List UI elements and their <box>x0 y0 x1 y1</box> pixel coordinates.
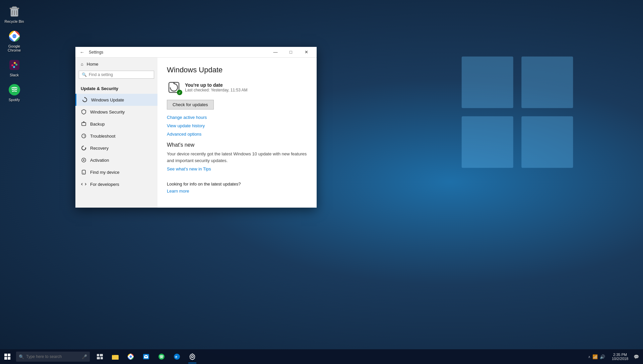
home-label: Home <box>87 62 99 67</box>
svg-line-7 <box>12 10 12 15</box>
svg-rect-2 <box>462 116 513 168</box>
taskbar-search[interactable]: 🔍 🎤 <box>16 352 90 362</box>
taskbar-apps: e <box>92 349 200 364</box>
svg-rect-33 <box>8 354 10 356</box>
svg-rect-35 <box>8 357 10 360</box>
taskbar-right: ∧ 📶 🔊 2:35 PM 10/2/2018 💬 <box>585 353 643 361</box>
link-learn-more[interactable]: Learn more <box>167 189 307 194</box>
taskbar-file-explorer[interactable] <box>108 349 123 364</box>
svg-rect-22 <box>82 123 86 126</box>
taskbar-search-icon: 🔍 <box>19 354 24 359</box>
desktop-icon-slack[interactable]: Slack <box>2 57 27 78</box>
check-updates-button[interactable]: Check for updates <box>167 100 214 110</box>
window-title: Settings <box>89 50 103 55</box>
sidebar-label-windows-update: Windows Update <box>91 97 124 102</box>
tray-arrow[interactable]: ∧ <box>588 355 590 359</box>
svg-point-19 <box>13 66 15 68</box>
recycle-bin-icon <box>8 5 21 18</box>
windows-logo <box>459 54 576 171</box>
back-button[interactable]: ← <box>78 48 86 56</box>
search-input[interactable] <box>89 72 151 77</box>
svg-text:e: e <box>175 355 177 359</box>
chrome-icon <box>8 29 21 43</box>
svg-rect-39 <box>101 357 103 359</box>
taskbar-task-view[interactable] <box>92 349 107 364</box>
home-icon: ⌂ <box>81 62 83 67</box>
settings-window: ← Settings — □ ✕ ⌂ Home 🔍 Updat <box>75 47 317 208</box>
svg-rect-32 <box>4 354 7 356</box>
taskbar-outlook[interactable] <box>139 349 153 364</box>
svg-rect-41 <box>112 356 119 360</box>
sidebar-item-for-developers[interactable]: For developers <box>75 178 157 190</box>
find-device-icon <box>81 169 87 175</box>
svg-rect-15 <box>9 60 19 70</box>
sidebar-label-backup: Backup <box>90 122 105 127</box>
notifications-icon[interactable]: 💬 <box>632 354 640 359</box>
svg-rect-0 <box>462 57 513 108</box>
sidebar-section-title: Update & Security <box>75 81 157 94</box>
mic-icon: 🎤 <box>82 354 87 359</box>
sidebar-label-find-device: Find my device <box>90 170 119 175</box>
minimize-button[interactable]: — <box>268 47 283 58</box>
svg-point-29 <box>83 173 84 173</box>
windows-update-icon <box>82 97 88 103</box>
svg-point-44 <box>130 356 132 358</box>
taskbar-chrome[interactable] <box>123 349 138 364</box>
taskbar-edge[interactable]: e <box>170 349 184 364</box>
status-sub: Last checked: Yesterday, 11:53 AM <box>185 88 248 92</box>
start-button[interactable] <box>0 349 15 364</box>
taskbar-spotify[interactable] <box>154 349 169 364</box>
sidebar-item-home[interactable]: ⌂ Home <box>75 58 157 71</box>
svg-text:?: ? <box>83 135 85 138</box>
desktop-icons: Recycle Bin Google Chrome <box>2 3 27 103</box>
slack-label: Slack <box>10 73 19 77</box>
whats-new-text: Your device recently got the latest Wind… <box>167 151 307 164</box>
tray-network-icon: 📶 <box>592 354 598 359</box>
tray-volume-icon[interactable]: 🔊 <box>600 354 605 359</box>
taskbar-search-input[interactable] <box>26 354 80 359</box>
sidebar-item-recovery[interactable]: Recovery <box>75 142 157 154</box>
sidebar-search[interactable]: 🔍 <box>79 71 154 79</box>
recycle-bin-label: Recycle Bin <box>4 19 24 23</box>
desktop-icon-chrome[interactable]: Google Chrome <box>2 28 27 54</box>
clock-date: 10/2/2018 <box>612 357 628 361</box>
whats-new-title: What's new <box>167 142 307 148</box>
developers-icon <box>81 181 87 187</box>
update-check-badge: ✓ <box>177 90 182 95</box>
desktop-icon-spotify[interactable]: Spotify <box>2 82 27 103</box>
link-advanced-options[interactable]: Advanced options <box>167 132 307 137</box>
maximize-button[interactable]: □ <box>283 47 299 58</box>
sidebar-item-windows-security[interactable]: Windows Security <box>75 106 157 118</box>
sidebar-label-activation: Activation <box>90 158 109 163</box>
close-button[interactable]: ✕ <box>299 47 314 58</box>
sidebar-item-troubleshoot[interactable]: ? Troubleshoot <box>75 130 157 142</box>
link-active-hours[interactable]: Change active hours <box>167 115 307 120</box>
update-status: ✓ You're up to date Last checked: Yester… <box>167 80 307 94</box>
slack-icon <box>8 58 21 72</box>
desktop-icon-recycle-bin[interactable]: Recycle Bin <box>2 3 27 25</box>
svg-point-50 <box>191 356 193 358</box>
svg-rect-1 <box>521 57 573 108</box>
shield-icon <box>81 109 87 115</box>
taskbar-clock[interactable]: 2:35 PM 10/2/2018 <box>609 353 631 361</box>
title-bar-left: ← Settings <box>78 48 103 56</box>
sidebar-item-windows-update[interactable]: Windows Update <box>75 94 157 106</box>
spotify-icon <box>8 83 21 96</box>
link-update-history[interactable]: View update history <box>167 123 307 128</box>
svg-rect-3 <box>521 116 573 168</box>
chrome-label: Google Chrome <box>3 44 25 52</box>
svg-point-20 <box>9 84 20 95</box>
link-whats-new-tips[interactable]: See what's new in Tips <box>167 166 307 171</box>
status-main: You're up to date <box>185 82 248 88</box>
taskbar-settings[interactable] <box>185 349 200 364</box>
sidebar-item-activation[interactable]: Activation <box>75 154 157 166</box>
svg-rect-38 <box>97 357 100 359</box>
svg-rect-34 <box>4 357 7 360</box>
sidebar-label-windows-security: Windows Security <box>90 110 125 115</box>
desktop: Recycle Bin Google Chrome <box>0 0 643 364</box>
sidebar-item-find-device[interactable]: Find my device <box>75 166 157 178</box>
backup-icon <box>81 121 87 127</box>
sidebar-item-backup[interactable]: Backup <box>75 118 157 130</box>
main-title: Windows Update <box>167 66 307 74</box>
sidebar-label-recovery: Recovery <box>90 146 109 151</box>
